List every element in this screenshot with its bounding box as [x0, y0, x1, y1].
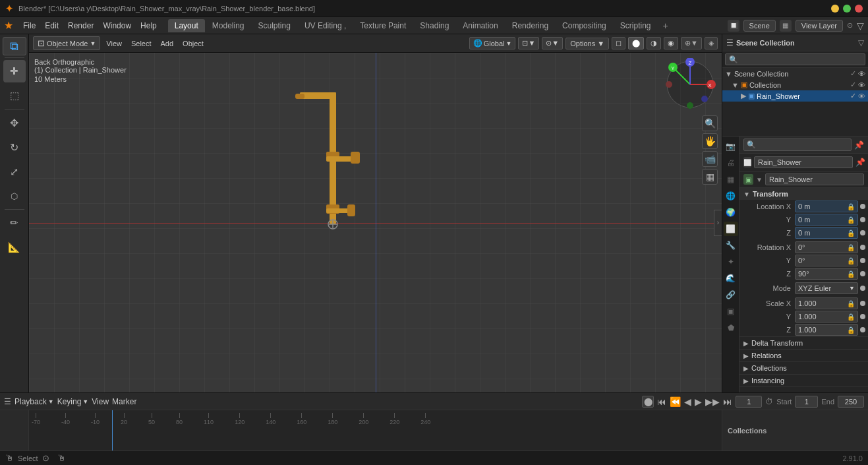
xray-btn[interactable]: ◈	[705, 37, 718, 49]
options-btn[interactable]: Options ▼	[565, 38, 609, 49]
outliner-search-input[interactable]	[725, 53, 865, 65]
mode-keyframe[interactable]	[860, 286, 865, 291]
frame-current-input[interactable]	[736, 396, 762, 408]
object-name-pin[interactable]: 📌	[855, 158, 865, 167]
scale-x-field[interactable]: 1.000 🔒	[795, 297, 858, 309]
rain-shower-object[interactable]	[290, 92, 376, 270]
select-menu-btn[interactable]: Select	[128, 38, 155, 49]
props-world-icon[interactable]: 🌍	[724, 205, 738, 220]
prev-keyframe-btn[interactable]: ◀	[684, 396, 691, 407]
menu-file[interactable]: File	[18, 20, 40, 32]
end-frame-input[interactable]	[838, 396, 864, 408]
view-menu-btn[interactable]: View	[103, 38, 125, 49]
props-modifier-icon[interactable]: 🔧	[724, 238, 738, 253]
relations-header[interactable]: ▶ Relations	[739, 350, 868, 361]
collection-eye[interactable]: 👁	[858, 81, 865, 89]
zoom-in-btn[interactable]: 🔍	[702, 115, 718, 131]
tool-cursor[interactable]: ✛	[3, 60, 26, 82]
object-menu-btn[interactable]: Object	[179, 38, 207, 49]
tab-texture-paint[interactable]: Texture Paint	[353, 19, 413, 32]
mode-selector-icon[interactable]: ⧉	[3, 37, 26, 55]
rotation-x-field[interactable]: 0° 🔒	[795, 241, 858, 253]
keyframe-btn[interactable]: ⬤	[642, 396, 654, 408]
location-y-field[interactable]: 0 m 🔒	[795, 214, 858, 226]
rain-shower-eye[interactable]: 👁	[858, 92, 865, 100]
tool-transform[interactable]: ⬡	[3, 185, 26, 207]
jump-end-btn[interactable]: ⏭	[723, 396, 732, 407]
props-physics-icon[interactable]: 🌊	[724, 271, 738, 286]
add-menu-btn[interactable]: Add	[158, 38, 177, 49]
rendered-btn[interactable]: ◉	[664, 37, 678, 49]
props-constraints-icon[interactable]: 🔗	[724, 288, 738, 302]
zoom-out-btn[interactable]: 🖐	[702, 133, 718, 149]
tool-rotate[interactable]: ↻	[3, 136, 26, 158]
view-dropdown[interactable]: View	[92, 397, 109, 406]
props-render-icon[interactable]: 📷	[724, 139, 738, 154]
menu-render[interactable]: Render	[63, 20, 98, 32]
instancing-header[interactable]: ▶ Instancing	[739, 375, 868, 387]
playhead[interactable]	[112, 410, 113, 450]
object-data-input[interactable]	[765, 173, 864, 185]
material-preview-btn[interactable]: ◑	[647, 37, 661, 49]
overlay-btn[interactable]: ⊕▼	[681, 37, 702, 49]
timeline-ruler[interactable]: -70 -40 -10 20 50 80 110 120 140 160 180…	[0, 410, 868, 450]
tab-animation[interactable]: Animation	[456, 19, 504, 32]
tool-scale[interactable]: ⤢	[3, 160, 26, 183]
loc-z-keyframe[interactable]	[860, 230, 865, 235]
menu-window[interactable]: Window	[98, 20, 136, 32]
location-x-field[interactable]: 0 m 🔒	[795, 201, 858, 212]
tab-layout[interactable]: Layout	[168, 19, 205, 32]
props-output-icon[interactable]: 🖨	[724, 156, 738, 170]
minimize-btn[interactable]	[831, 5, 839, 13]
props-data-icon[interactable]: ▣	[724, 304, 738, 319]
rot-x-keyframe[interactable]	[860, 245, 865, 250]
rotation-z-field[interactable]: 90° 🔒	[795, 268, 858, 280]
location-z-field[interactable]: 0 m 🔒	[795, 227, 858, 239]
wireframe-btn[interactable]: ◻	[612, 37, 625, 49]
tab-sculpting[interactable]: Sculpting	[252, 19, 297, 32]
transform-dropdown[interactable]: 🌐 Global ▼	[469, 37, 516, 49]
tab-shading[interactable]: Shading	[413, 19, 455, 32]
playback-dropdown[interactable]: Playback ▼	[14, 397, 54, 406]
viewport[interactable]: ⊡ Object Mode ▼ View Select Add Object 🌐…	[29, 34, 722, 392]
tab-rendering[interactable]: Rendering	[506, 19, 555, 32]
start-frame-input[interactable]	[795, 396, 818, 408]
scene-collection-eye[interactable]: 👁	[858, 70, 865, 78]
transform-header[interactable]: ▼ Transform	[739, 188, 868, 200]
scale-z-keyframe[interactable]	[860, 327, 865, 332]
timeline-ticks[interactable]: -70 -40 -10 20 50 80 110 120 140 160 180…	[29, 410, 722, 450]
rain-shower-item[interactable]: ▶ ▣ Rain_Shower ✓ 👁	[722, 90, 868, 102]
tab-scripting[interactable]: Scripting	[614, 19, 658, 32]
tool-annotate[interactable]: ✏	[3, 212, 26, 234]
props-view-layer-icon[interactable]: ▦	[724, 172, 738, 187]
outliner-filter-icon[interactable]: ▽	[858, 38, 864, 47]
loc-x-keyframe[interactable]	[860, 204, 865, 209]
marker-dropdown[interactable]: Marker	[112, 397, 136, 406]
props-search[interactable]: 🔍	[743, 139, 852, 151]
object-name-input[interactable]	[754, 156, 853, 168]
proportional-edit[interactable]: ⊙▼	[542, 37, 563, 49]
camera-btn[interactable]: 📹	[702, 151, 718, 167]
maximize-btn[interactable]	[843, 5, 851, 13]
mode-dropdown[interactable]: ⊡ Object Mode ▼	[33, 36, 100, 50]
tool-measure[interactable]: 📐	[3, 236, 26, 259]
tab-compositing[interactable]: Compositing	[556, 19, 613, 32]
tab-add[interactable]: +	[658, 18, 672, 33]
collapse-right-btn[interactable]: ›	[714, 210, 722, 236]
scale-z-field[interactable]: 1.000 🔒	[795, 324, 858, 336]
props-pin-icon[interactable]: 📌	[854, 140, 864, 150]
euler-mode-dropdown[interactable]: XYZ Euler ▼	[795, 282, 858, 294]
rot-y-keyframe[interactable]	[860, 258, 865, 263]
props-scene-icon[interactable]: 🌐	[724, 189, 738, 203]
rot-z-keyframe[interactable]	[860, 271, 865, 276]
props-object-icon[interactable]: ⬜	[724, 222, 738, 236]
tool-move[interactable]: ✥	[3, 111, 26, 134]
keying-dropdown[interactable]: Keying ▼	[57, 397, 89, 406]
tool-select[interactable]: ⬚	[3, 84, 26, 107]
tab-modeling[interactable]: Modeling	[206, 19, 251, 32]
scale-y-keyframe[interactable]	[860, 314, 865, 319]
delta-transform-header[interactable]: ▶ Delta Transform	[739, 337, 868, 349]
scale-y-field[interactable]: 1.000 🔒	[795, 311, 858, 323]
scale-x-keyframe[interactable]	[860, 301, 865, 306]
scene-selector[interactable]: Scene	[743, 20, 776, 32]
